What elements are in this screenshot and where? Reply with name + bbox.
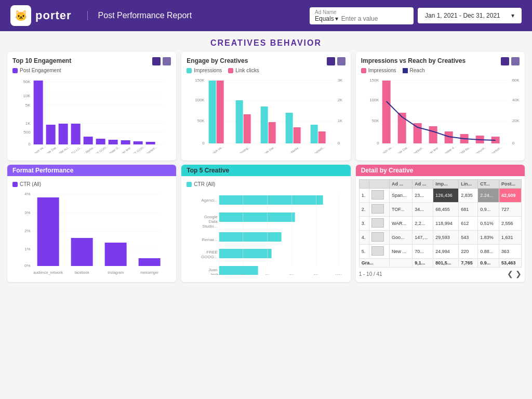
- top10-engagement-card: Top 10 Engagement Post Engagement 50K 10…: [7, 52, 176, 161]
- filter-operator[interactable]: Equals ▾: [315, 15, 338, 22]
- pagination-info: 1 - 10 / 41: [359, 271, 382, 277]
- svg-text:150K: 150K: [195, 78, 205, 83]
- engage-icon1[interactable]: [327, 57, 335, 65]
- thumb1: [371, 190, 384, 200]
- bottom-charts-grid: Format Performance CTR (All) 4% 3% 2% 1%…: [0, 161, 532, 282]
- table-footer-row: Gra... 9,1... 801,5... 7,765 0.9... 53,4…: [359, 259, 521, 268]
- svg-text:20K: 20K: [512, 118, 520, 123]
- svg-text:0%: 0%: [217, 274, 222, 275]
- report-title: Post Performance Report: [87, 11, 192, 20]
- svg-text:Google Dat...: Google Dat...: [393, 145, 410, 153]
- svg-text:0: 0: [338, 141, 340, 145]
- table-row: 4. Goo... 147,... 29,593 543 1.83% 1,631: [359, 231, 521, 245]
- table-row: 1. Span... 23... 126,436 2,835 2.24... 4…: [359, 189, 521, 203]
- svg-rect-104: [219, 195, 323, 205]
- svg-text:GOOG...: GOOG...: [201, 255, 218, 259]
- svg-text:Data: Data: [209, 219, 218, 224]
- bar-freegoo1: [96, 139, 105, 144]
- top5-chart-svg: Agenci... Google Data Studio... Remar...…: [187, 189, 345, 275]
- bar-freegoo2: [134, 141, 143, 144]
- svg-text:FREE: FREE: [207, 250, 218, 255]
- svg-text:Google Dat...: Google Dat...: [260, 145, 277, 153]
- legend-label-impressions2: Impressions: [368, 68, 396, 73]
- imp-reach-icon2[interactable]: [511, 57, 520, 65]
- svg-text:10%: 10%: [335, 274, 342, 275]
- svg-text:New Marke...: New Marke...: [285, 145, 302, 153]
- bar-remarketi: [146, 142, 155, 144]
- engage-icon2[interactable]: [337, 57, 345, 65]
- legend-label-reach: Reach: [410, 68, 425, 73]
- svg-text:2%: 2%: [24, 229, 31, 233]
- svg-rect-108: [219, 266, 258, 275]
- svg-text:60K: 60K: [512, 78, 520, 83]
- top5-creative-banner: Top 5 Creative: [181, 165, 350, 176]
- svg-text:2%: 2%: [241, 274, 246, 275]
- svg-text:Remar...: Remar...: [202, 237, 218, 242]
- top10-title: Top 10 Engagement: [12, 57, 171, 64]
- svg-text:0: 0: [377, 141, 379, 145]
- engage-creatives-card: Engage by Creatives Impressions Link cli…: [181, 52, 350, 161]
- imp-reach-icon1[interactable]: [501, 57, 509, 65]
- svg-rect-89: [105, 243, 127, 266]
- engage-legend: Impressions Link clicks: [187, 68, 345, 73]
- svg-text:6%: 6%: [289, 274, 295, 275]
- col-imp: Imp...: [433, 180, 459, 189]
- logo-area: 🐱 porter: [10, 5, 72, 26]
- impressions-reach-legend: Impressions Reach: [361, 68, 520, 73]
- col-num: [359, 180, 369, 189]
- top10-legend: Post Engagement: [12, 68, 171, 73]
- svg-text:Juan: Juan: [209, 268, 218, 272]
- filter-value-input[interactable]: [341, 15, 393, 22]
- svg-text:0: 0: [203, 141, 205, 145]
- svg-rect-105: [219, 212, 295, 222]
- svg-text:Google: Google: [204, 215, 218, 219]
- format-legend: CTR (All): [12, 181, 171, 187]
- svg-rect-42: [311, 125, 318, 143]
- legend-dot-impressions2: [361, 68, 366, 73]
- svg-text:audience_network: audience_network: [33, 271, 63, 275]
- top10-icon2[interactable]: [163, 57, 171, 65]
- format-chart-svg: 4% 3% 2% 1% 0% audience_network fac: [12, 189, 171, 275]
- filter-box: Ad Name Equals ▾: [310, 7, 414, 24]
- svg-text:100K: 100K: [195, 98, 205, 102]
- svg-rect-63: [413, 123, 421, 143]
- svg-text:Complete d...: Complete d...: [440, 144, 457, 153]
- svg-rect-43: [318, 131, 326, 143]
- legend-dot-linkclicks: [228, 68, 233, 73]
- svg-rect-106: [219, 232, 282, 242]
- top10-icon1[interactable]: [152, 57, 161, 65]
- svg-text:facebook: facebook: [74, 271, 89, 274]
- legend-label-impressions: Impressions: [194, 68, 222, 73]
- svg-text:LATAM Re...: LATAM Re...: [456, 145, 472, 153]
- svg-text:5K: 5K: [25, 103, 31, 108]
- thumb4: [371, 232, 384, 242]
- legend-label-engagement: Post Engagement: [20, 68, 61, 73]
- bar-template: [109, 140, 118, 144]
- svg-text:150K: 150K: [369, 78, 379, 83]
- engage-creatives-icons: [327, 57, 345, 65]
- svg-text:0: 0: [28, 142, 31, 147]
- bar-tofu: [71, 124, 81, 144]
- bar-warm: [59, 124, 68, 144]
- bar-newmarke: [84, 137, 93, 144]
- date-range-text: Jan 1, 2021 - Dec 31, 2021: [425, 12, 500, 19]
- svg-text:100K: 100K: [369, 98, 379, 102]
- svg-text:Remarketi...: Remarketi...: [409, 145, 424, 153]
- engage-creatives-svg: 150K 100K 50K 0 3K 2K 1K 0: [187, 75, 345, 153]
- next-page-button[interactable]: ❯: [515, 270, 522, 278]
- thumb2: [371, 204, 384, 214]
- legend-dot-engagement: [12, 68, 18, 73]
- svg-text:FREE GOO...: FREE GOO...: [129, 144, 147, 153]
- svg-text:Spanish Ve...: Spanish Ve...: [29, 145, 46, 153]
- impressions-reach-icons: [501, 57, 520, 65]
- table-row: 5. New ... 70... 24,994 220 0.88... 363: [359, 245, 521, 259]
- col-ct: CT...: [478, 180, 499, 189]
- svg-text:4%: 4%: [265, 274, 270, 275]
- svg-text:Agenci...: Agenci...: [202, 198, 218, 203]
- svg-text:2K: 2K: [338, 98, 343, 102]
- prev-page-button[interactable]: ❮: [507, 270, 513, 278]
- svg-rect-35: [217, 81, 224, 143]
- svg-text:1K: 1K: [338, 118, 343, 123]
- svg-rect-87: [37, 197, 59, 266]
- date-range-picker[interactable]: Jan 1, 2021 - Dec 31, 2021 ▾: [418, 8, 522, 23]
